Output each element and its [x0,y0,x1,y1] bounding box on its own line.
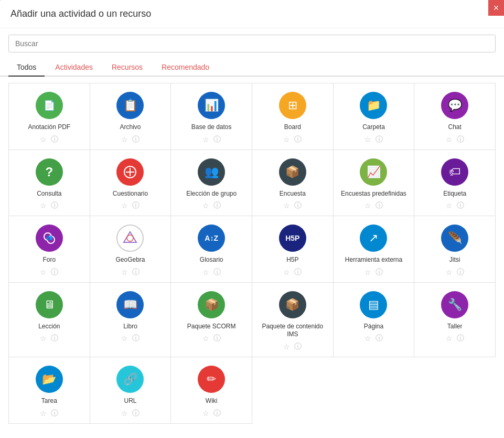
cuestionario-star[interactable]: ☆ [121,201,128,210]
item-chat[interactable]: 💬 Chat ☆ ⓘ [414,83,496,150]
item-tarea[interactable]: 📂 Tarea ☆ ⓘ [9,357,90,424]
cuestionario-info[interactable]: ⓘ [132,201,140,210]
jitsi-star[interactable]: ☆ [446,268,453,276]
base-datos-info[interactable]: ⓘ [213,135,221,144]
paquete-scorm-info[interactable]: ⓘ [213,334,221,343]
paquete-ims-info[interactable]: ⓘ [294,342,302,351]
chat-info[interactable]: ⓘ [457,135,464,144]
item-archivo[interactable]: 📋 Archivo ☆ ⓘ [90,83,171,150]
wiki-star[interactable]: ☆ [202,409,209,418]
libro-star[interactable]: ☆ [121,334,128,343]
item-herramienta-externa[interactable]: ↗ Herramienta externa ☆ ⓘ [334,216,415,283]
etiqueta-actions: ☆ ⓘ [446,201,464,210]
paquete-ims-star[interactable]: ☆ [283,343,290,351]
libro-info[interactable]: ⓘ [132,334,140,343]
board-info[interactable]: ⓘ [294,135,302,144]
consulta-star[interactable]: ☆ [40,201,47,210]
item-encuesta[interactable]: 📦 Encuesta ☆ ⓘ [252,150,334,217]
tab-actividades[interactable]: Actividades [47,59,101,77]
h5p-star[interactable]: ☆ [283,268,290,276]
herramienta-externa-star[interactable]: ☆ [364,268,371,276]
herramienta-externa-info[interactable]: ⓘ [376,268,383,277]
foro-info[interactable]: ⓘ [51,268,58,277]
tarea-star[interactable]: ☆ [40,409,47,418]
herramienta-externa-icon: ↗ [360,225,387,252]
item-h5p[interactable]: H5P H5P ☆ ⓘ [252,216,334,283]
tarea-info[interactable]: ⓘ [51,409,58,418]
item-url[interactable]: 🔗 URL ☆ ⓘ [90,357,171,424]
item-consulta[interactable]: ? Consulta ☆ ⓘ [9,150,90,217]
pagina-info[interactable]: ⓘ [376,334,383,343]
etiqueta-star[interactable]: ☆ [446,201,453,210]
item-etiqueta[interactable]: 🏷 Etiqueta ☆ ⓘ [414,150,496,217]
item-taller[interactable]: 🔧 Taller ☆ ⓘ [414,283,496,357]
tab-recomendado[interactable]: Recomendado [153,59,218,77]
encuesta-star[interactable]: ☆ [283,201,290,210]
foro-star[interactable]: ☆ [40,268,47,276]
modal: Añadir una actividad o un recurso × Todo… [0,0,504,438]
modal-title: Añadir una actividad o un recurso [10,8,151,19]
item-leccion[interactable]: 🖥 Lección ☆ ⓘ [9,283,90,357]
taller-star[interactable]: ☆ [446,334,453,343]
archivo-star[interactable]: ☆ [121,135,128,144]
url-info[interactable]: ⓘ [132,409,140,418]
encuesta-info[interactable]: ⓘ [294,201,302,210]
h5p-actions: ☆ ⓘ [283,268,302,277]
anotacion-pdf-star[interactable]: ☆ [40,135,47,144]
item-geogebra[interactable]: GeoGebra ☆ ⓘ [90,216,171,283]
close-button[interactable]: × [488,0,504,16]
herramienta-externa-label: Herramienta externa [345,256,402,264]
item-jitsi[interactable]: 🪶 Jitsi ☆ ⓘ [414,216,496,283]
tab-recursos[interactable]: Recursos [103,59,151,77]
glosario-info[interactable]: ⓘ [213,268,221,277]
item-encuestas-predefinidas[interactable]: 📈 Encuestas predefinidas ☆ ⓘ [334,150,415,217]
item-base-datos[interactable]: 📊 Base de datos ☆ ⓘ [171,83,252,150]
glosario-star[interactable]: ☆ [202,268,209,276]
item-carpeta[interactable]: 📁 Carpeta ☆ ⓘ [334,83,415,150]
eleccion-grupo-star[interactable]: ☆ [202,201,209,210]
carpeta-info[interactable]: ⓘ [376,135,383,144]
taller-info[interactable]: ⓘ [457,334,464,343]
wiki-icon: ✏ [198,366,225,393]
chat-star[interactable]: ☆ [446,135,453,144]
item-cuestionario[interactable]: Cuestionario ☆ ⓘ [90,150,171,217]
pagina-star[interactable]: ☆ [364,334,371,343]
item-foro[interactable]: 👥 Foro ☆ ⓘ [9,216,90,283]
search-container [0,28,504,59]
item-pagina[interactable]: ▤ Página ☆ ⓘ [334,283,415,357]
url-star[interactable]: ☆ [121,409,128,418]
etiqueta-info[interactable]: ⓘ [457,201,464,210]
wiki-info[interactable]: ⓘ [213,409,221,418]
item-anotacion-pdf[interactable]: 📄 Anotación PDF ☆ ⓘ [9,83,90,150]
leccion-star[interactable]: ☆ [40,334,47,343]
item-wiki[interactable]: ✏ Wiki ☆ ⓘ [171,357,252,424]
h5p-info[interactable]: ⓘ [294,268,302,277]
anotacion-pdf-info[interactable]: ⓘ [51,135,58,144]
taller-icon: 🔧 [441,291,468,318]
search-input[interactable] [8,35,496,52]
item-glosario[interactable]: A↕Z Glosario ☆ ⓘ [171,216,252,283]
item-board[interactable]: ⊞ Board ☆ ⓘ [252,83,334,150]
board-star[interactable]: ☆ [283,135,290,144]
item-paquete-ims[interactable]: 📦 Paquete de contenido IMS ☆ ⓘ [252,283,334,357]
archivo-info[interactable]: ⓘ [132,135,140,144]
tab-todos[interactable]: Todos [8,59,45,77]
paquete-scorm-star[interactable]: ☆ [202,334,209,343]
encuestas-predefinidas-star[interactable]: ☆ [364,201,371,210]
consulta-actions: ☆ ⓘ [40,201,58,210]
encuesta-label: Encuesta [280,190,306,198]
eleccion-grupo-info[interactable]: ⓘ [213,201,221,210]
geogebra-star[interactable]: ☆ [121,268,128,276]
leccion-info[interactable]: ⓘ [51,334,58,343]
item-paquete-scorm[interactable]: 📦 Paquete SCORM ☆ ⓘ [171,283,252,357]
geogebra-label: GeoGebra [115,256,145,264]
item-eleccion-grupo[interactable]: 👥 Elección de grupo ☆ ⓘ [171,150,252,217]
item-libro[interactable]: 📖 Libro ☆ ⓘ [90,283,171,357]
encuestas-predefinidas-info[interactable]: ⓘ [376,201,383,210]
consulta-info[interactable]: ⓘ [51,201,58,210]
base-datos-star[interactable]: ☆ [202,135,209,144]
archivo-label: Archivo [120,123,141,132]
jitsi-info[interactable]: ⓘ [457,268,464,277]
carpeta-star[interactable]: ☆ [364,135,371,144]
geogebra-info[interactable]: ⓘ [132,268,140,277]
